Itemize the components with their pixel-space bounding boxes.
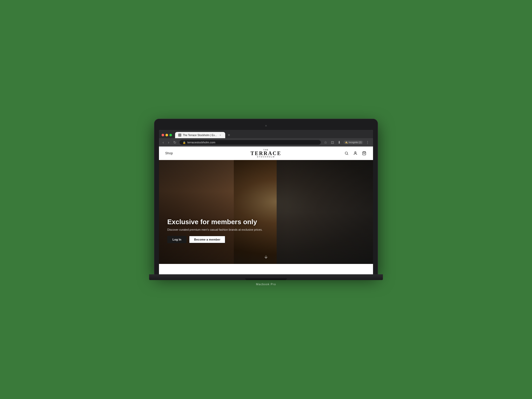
- camera-bar: [159, 124, 373, 128]
- browser-chrome: The Terrace Stockholm | Ex... × + ‹ › ↻ …: [159, 130, 373, 147]
- laptop-model-label: Macbook Pro: [256, 283, 276, 286]
- svg-point-0: [345, 152, 348, 154]
- incognito-badge: 🕵 Incognito (2): [343, 141, 363, 144]
- laptop-base: [149, 274, 383, 280]
- bookmark-button[interactable]: ☆: [323, 140, 328, 145]
- laptop-hinge: [245, 278, 287, 280]
- screen-inner: The Terrace Stockholm | Ex... × + ‹ › ↻ …: [159, 130, 373, 274]
- site-logo: THE TERRACE STOCKHOLM: [251, 149, 282, 158]
- nav-left: Shop: [165, 151, 173, 155]
- cart-icon: [362, 151, 366, 155]
- tab-title: The Terrace Stockholm | Ex...: [183, 134, 217, 137]
- search-icon: [344, 151, 349, 155]
- scroll-down-icon: [264, 255, 268, 259]
- scroll-indicator: [264, 255, 268, 259]
- address-input[interactable]: 🔒 terracestockholm.com: [179, 140, 321, 145]
- below-hero-section: [159, 264, 373, 274]
- back-button[interactable]: ‹: [162, 140, 165, 145]
- hero-title: Exclusive for members only: [167, 218, 262, 226]
- website-content: Shop THE TERRACE STOCKHOLM: [159, 147, 373, 274]
- logo-stockholm: STOCKHOLM: [251, 156, 282, 158]
- fullscreen-window-button[interactable]: [169, 134, 172, 136]
- hero-subtitle: Discover curated premium men's casual fa…: [167, 228, 262, 231]
- search-button[interactable]: [344, 151, 349, 156]
- logo-terrace: TERRACE: [251, 151, 282, 156]
- site-navigation: Shop THE TERRACE STOCKHOLM: [159, 147, 373, 160]
- forward-button[interactable]: ›: [167, 140, 170, 145]
- svg-point-2: [355, 152, 356, 153]
- hero-section: Exclusive for members only Discover cura…: [159, 160, 373, 264]
- download-button[interactable]: ⬇: [337, 140, 342, 145]
- lock-icon: 🔒: [183, 141, 186, 144]
- close-window-button[interactable]: [162, 134, 164, 136]
- camera-dot: [265, 125, 267, 127]
- new-tab-button[interactable]: +: [226, 133, 232, 137]
- incognito-icon: 🕵: [345, 141, 348, 144]
- menu-button[interactable]: ⋮: [365, 140, 370, 145]
- reload-button[interactable]: ↻: [172, 140, 177, 145]
- svg-line-1: [347, 154, 348, 155]
- shop-nav-link[interactable]: Shop: [165, 151, 173, 155]
- login-button[interactable]: Log In: [167, 236, 187, 243]
- minimize-window-button[interactable]: [165, 134, 168, 136]
- become-member-button[interactable]: Become a member: [189, 236, 225, 243]
- address-bar: ‹ › ↻ 🔒 terracestockholm.com ☆ ⊡ ⬇ 🕵 Inc…: [159, 138, 373, 147]
- incognito-label: Incognito (2): [349, 141, 362, 144]
- active-tab[interactable]: The Terrace Stockholm | Ex... ×: [175, 132, 225, 138]
- account-icon: [353, 151, 357, 155]
- screen-bezel: The Terrace Stockholm | Ex... × + ‹ › ↻ …: [154, 119, 378, 274]
- hero-overlay: [159, 160, 373, 264]
- tab-bar: The Terrace Stockholm | Ex... × +: [159, 130, 373, 138]
- nav-right: [344, 151, 367, 156]
- cart-button[interactable]: [362, 151, 367, 156]
- extension-button[interactable]: ⊡: [330, 140, 335, 145]
- laptop-frame: The Terrace Stockholm | Ex... × + ‹ › ↻ …: [154, 119, 378, 280]
- url-display: terracestockholm.com: [187, 141, 215, 144]
- tab-close-icon[interactable]: ×: [218, 133, 222, 137]
- account-button[interactable]: [353, 151, 358, 156]
- hero-buttons: Log In Become a member: [167, 236, 262, 243]
- browser-action-buttons: ☆ ⊡ ⬇ 🕵 Incognito (2) ⋮: [323, 140, 370, 145]
- traffic-lights: [162, 134, 172, 136]
- tab-favicon-icon: [178, 134, 181, 137]
- hero-content: Exclusive for members only Discover cura…: [167, 218, 262, 243]
